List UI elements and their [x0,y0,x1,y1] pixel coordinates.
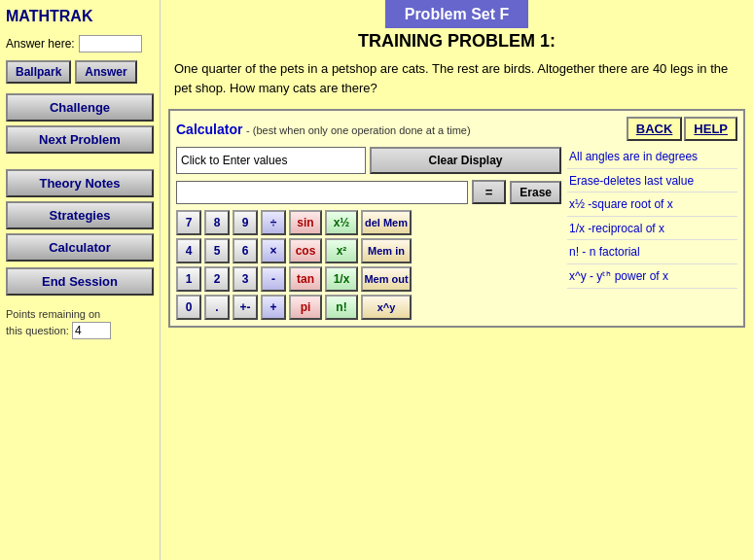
key-9[interactable]: 9 [233,210,258,235]
answer-input[interactable] [79,35,142,52]
theory-notes-button[interactable]: Theory Notes [6,169,154,197]
key-power[interactable]: x^y [361,295,412,320]
key-8[interactable]: 8 [204,210,230,235]
calc-display[interactable] [176,181,468,204]
problem-title: TRAINING PROBLEM 1: [170,31,743,52]
key-del-mem[interactable]: del Mem [361,210,412,235]
key-mem-out[interactable]: Mem out [361,266,412,292]
key-7[interactable]: 7 [176,210,201,235]
key-4[interactable]: 4 [176,238,201,263]
key-row-4: 0 . +- + pi n! x^y [176,295,561,320]
key-2[interactable]: 2 [204,266,230,292]
problem-set-header-wrapper: Problem Set F [161,6,753,23]
main-content: Problem Set F TRAINING PROBLEM 1: One qu… [161,0,753,560]
calc-subtitle: - (best when only one operation done at … [246,124,471,136]
key-row-2: 4 5 6 × cos x² Mem in [176,238,561,263]
key-decimal[interactable]: . [204,295,230,320]
answer-row: Answer here: [6,35,154,52]
answer-label: Answer here: [6,37,75,51]
problem-set-header: Problem Set F [385,0,529,28]
calculator-section: Calculator - (best when only one operati… [168,109,745,328]
hint-reciprocal: 1/x -reciprocal of x [567,219,737,241]
key-mem-in[interactable]: Mem in [361,238,412,263]
challenge-button[interactable]: Challenge [6,93,154,122]
back-button[interactable]: BACK [627,117,683,141]
hint-erase: Erase-deletes last value [567,171,737,193]
hint-power: x^y - yᵗʰ power of x [567,266,737,289]
points-input[interactable] [72,322,111,339]
key-3[interactable]: 3 [233,266,258,292]
calc-hints: All angles are in degrees Erase-deletes … [567,147,737,320]
key-divide[interactable]: ÷ [261,210,286,235]
calc-top-row: Click to Enter values Clear Display [176,147,561,174]
key-1[interactable]: 1 [176,266,201,292]
calc-nav-buttons: BACK HELP [627,117,737,141]
hint-factorial: n! - n factorial [567,242,737,264]
calc-display-row: = Erase [176,180,561,204]
key-row-1: 7 8 9 ÷ sin x½ del Mem [176,210,561,235]
key-sin[interactable]: sin [289,210,322,235]
key-factorial[interactable]: n! [325,295,358,320]
points-label: Points remaining on this question: [6,307,154,339]
sidebar: MATHTRAK Answer here: Ballpark Answer Ch… [0,0,161,560]
key-plusminus[interactable]: +- [233,295,258,320]
enter-values-button[interactable]: Click to Enter values [176,147,366,174]
equals-button[interactable]: = [472,180,507,204]
hint-degrees: All angles are in degrees [567,147,737,169]
calculator-button[interactable]: Calculator [6,233,154,262]
key-reciprocal[interactable]: 1/x [325,266,358,292]
ballpark-button[interactable]: Ballpark [6,60,71,84]
key-0[interactable]: 0 [176,295,201,320]
key-sqrt[interactable]: x½ [325,210,358,235]
app-title: MATHTRAK [6,8,154,25]
calc-keys: 7 8 9 ÷ sin x½ del Mem 4 5 6 × cos [176,210,561,320]
key-cos[interactable]: cos [289,238,322,263]
key-pi[interactable]: pi [289,295,322,320]
help-button[interactable]: HELP [684,117,737,141]
end-session-button[interactable]: End Session [6,267,154,296]
hint-sqrt: x½ -square root of x [567,194,737,217]
key-6[interactable]: 6 [233,238,258,263]
key-row-3: 1 2 3 - tan 1/x Mem out [176,266,561,292]
calc-title-group: Calculator - (best when only one operati… [176,122,471,137]
calc-body: Click to Enter values Clear Display = Er… [176,147,737,320]
calc-left: Click to Enter values Clear Display = Er… [176,147,561,320]
erase-button[interactable]: Erase [510,181,561,204]
calc-title: Calculator [176,122,242,137]
key-subtract[interactable]: - [261,266,286,292]
calc-header: Calculator - (best when only one operati… [176,117,737,141]
strategies-button[interactable]: Strategies [6,201,154,229]
answer-button[interactable]: Answer [75,60,136,84]
key-square[interactable]: x² [325,238,358,263]
key-5[interactable]: 5 [204,238,230,263]
ballpark-answer-row: Ballpark Answer [6,60,154,84]
problem-text: One quarter of the pets in a petshop are… [174,59,739,97]
key-tan[interactable]: tan [289,266,322,292]
clear-display-button[interactable]: Clear Display [370,147,561,174]
key-multiply[interactable]: × [261,238,286,263]
key-add[interactable]: + [261,295,286,320]
next-problem-button[interactable]: Next Problem [6,125,154,154]
